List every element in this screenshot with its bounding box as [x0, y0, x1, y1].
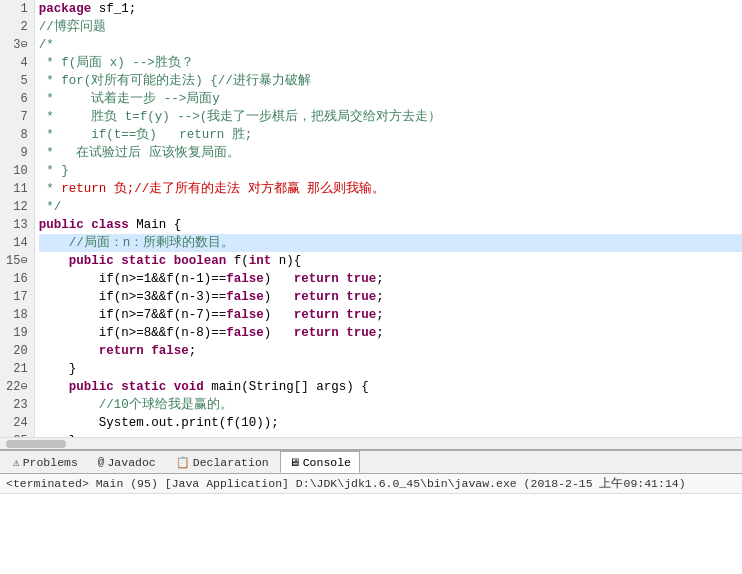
line-number: 12: [6, 198, 28, 216]
console-tab-icon: 🖥: [289, 456, 300, 469]
declaration-tab-icon: 📋: [176, 456, 190, 469]
code-line[interactable]: if(n>=3&&f(n-3)==false) return true;: [39, 288, 742, 306]
code-line[interactable]: * 试着走一步 -->局面y: [39, 90, 742, 108]
code-line[interactable]: /*: [39, 36, 742, 54]
console-area: <terminated> Main (95) [Java Application…: [0, 474, 742, 574]
line-number: 23: [6, 396, 28, 414]
code-line[interactable]: if(n>=8&&f(n-8)==false) return true;: [39, 324, 742, 342]
line-number: 6: [6, 90, 28, 108]
code-line[interactable]: public static boolean f(int n){: [39, 252, 742, 270]
code-line[interactable]: * if(t==负) return 胜;: [39, 126, 742, 144]
tab-problems[interactable]: ⚠Problems: [4, 451, 87, 473]
code-line[interactable]: //10个球给我是赢的。: [39, 396, 742, 414]
line-number: 18: [6, 306, 28, 324]
bottom-tab-bar: ⚠Problems@Javadoc📋Declaration🖥Console: [0, 450, 742, 474]
tab-console[interactable]: 🖥Console: [280, 451, 360, 473]
code-line[interactable]: * f(局面 x) -->胜负？: [39, 54, 742, 72]
code-line[interactable]: */: [39, 198, 742, 216]
code-line[interactable]: public class Main {: [39, 216, 742, 234]
line-number: 1: [6, 0, 28, 18]
tab-javadoc[interactable]: @Javadoc: [89, 451, 165, 473]
code-line[interactable]: package sf_1;: [39, 0, 742, 18]
problems-tab-label: Problems: [23, 456, 78, 469]
line-number: 16: [6, 270, 28, 288]
code-line[interactable]: //博弈问题: [39, 18, 742, 36]
line-number: 15⊖: [6, 252, 28, 270]
console-header: <terminated> Main (95) [Java Application…: [0, 474, 742, 494]
line-number: 2: [6, 18, 28, 36]
code-editor: 123⊖456789101112131415⊖16171819202122⊖23…: [0, 0, 742, 450]
line-number: 20: [6, 342, 28, 360]
line-number: 24: [6, 414, 28, 432]
code-line[interactable]: System.out.print(f(10));: [39, 414, 742, 432]
code-line[interactable]: if(n>=7&&f(n-7)==false) return true;: [39, 306, 742, 324]
line-number: 14: [6, 234, 28, 252]
code-line[interactable]: * 胜负 t=f(y) -->(我走了一步棋后，把残局交给对方去走）: [39, 108, 742, 126]
line-number: 11: [6, 180, 28, 198]
javadoc-tab-label: Javadoc: [107, 456, 155, 469]
console-content: [0, 494, 742, 574]
declaration-tab-label: Declaration: [193, 456, 269, 469]
console-tab-label: Console: [303, 456, 351, 469]
line-number: 21: [6, 360, 28, 378]
horizontal-scrollbar[interactable]: [0, 437, 742, 449]
code-line[interactable]: * 在试验过后 应该恢复局面。: [39, 144, 742, 162]
line-number: 9: [6, 144, 28, 162]
line-number: 10: [6, 162, 28, 180]
line-number: 7: [6, 108, 28, 126]
code-lines[interactable]: package sf_1;//博弈问题/* * f(局面 x) -->胜负？ *…: [35, 0, 742, 437]
line-number: 5: [6, 72, 28, 90]
code-line[interactable]: * for(对所有可能的走法) {//进行暴力破解: [39, 72, 742, 90]
line-number: 13: [6, 216, 28, 234]
code-line[interactable]: * }: [39, 162, 742, 180]
code-line[interactable]: return false;: [39, 342, 742, 360]
line-number: 8: [6, 126, 28, 144]
javadoc-tab-icon: @: [98, 456, 105, 468]
scrollbar-thumb[interactable]: [6, 440, 66, 448]
line-number: 19: [6, 324, 28, 342]
code-line[interactable]: * return 负;//走了所有的走法 对方都赢 那么则我输。: [39, 180, 742, 198]
code-line[interactable]: }: [39, 360, 742, 378]
line-numbers: 123⊖456789101112131415⊖16171819202122⊖23…: [0, 0, 35, 437]
code-line[interactable]: //局面：n：所剩球的数目。: [39, 234, 742, 252]
line-number: 4: [6, 54, 28, 72]
line-number: 17: [6, 288, 28, 306]
tab-declaration[interactable]: 📋Declaration: [167, 451, 278, 473]
code-line[interactable]: if(n>=1&&f(n-1)==false) return true;: [39, 270, 742, 288]
code-line[interactable]: public static void main(String[] args) {: [39, 378, 742, 396]
problems-tab-icon: ⚠: [13, 456, 20, 469]
line-number: 22⊖: [6, 378, 28, 396]
line-number: 3⊖: [6, 36, 28, 54]
